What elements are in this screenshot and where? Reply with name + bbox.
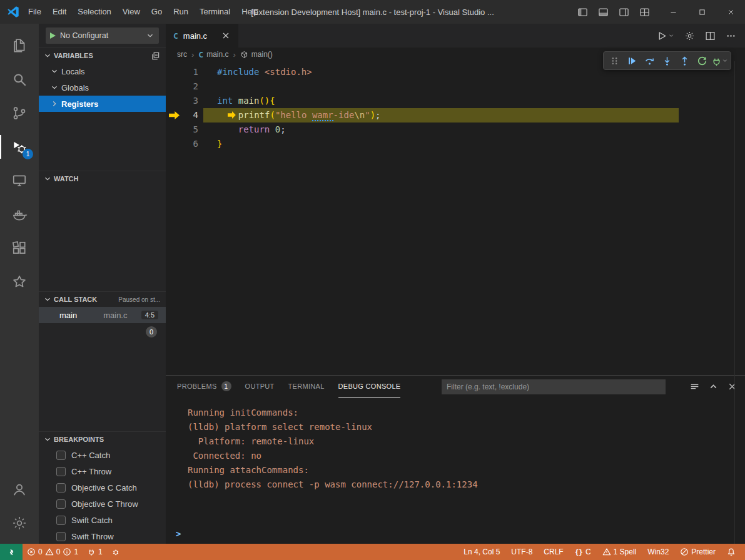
formatter-status[interactable]: Prettier: [674, 544, 721, 560]
customize-layout-icon[interactable]: [639, 7, 650, 18]
breadcrumb-item-main-[interactable]: main(): [240, 50, 273, 59]
menu-file[interactable]: File: [23, 0, 47, 24]
panel-tab-output[interactable]: OUTPUT: [245, 376, 275, 398]
stack-frame-row[interactable]: main main.c 4:5: [39, 307, 166, 323]
maximize-button[interactable]: [687, 0, 716, 24]
activity-extensions[interactable]: [0, 231, 39, 265]
eol-status[interactable]: CRLF: [538, 544, 569, 560]
activity-star[interactable]: [0, 265, 39, 299]
scrollbar-gutter[interactable]: [734, 61, 735, 544]
step-out-button[interactable]: [676, 52, 692, 69]
debug-config-dropdown[interactable]: No Configurat: [46, 28, 159, 44]
breakpoints-header[interactable]: BREAKPOINTS: [39, 432, 166, 447]
ports-status[interactable]: 1: [83, 544, 107, 560]
variables-header[interactable]: VARIABLES: [39, 48, 166, 63]
code-editor[interactable]: 1#include <stdio.h>23int main(){4 printf…: [166, 61, 745, 375]
tab-main-c[interactable]: C main.c: [166, 24, 238, 48]
line-number[interactable]: 1: [166, 65, 198, 79]
encoding-status[interactable]: UTF-8: [505, 544, 538, 560]
call-stack-header[interactable]: CALL STACK Paused on st...: [39, 292, 166, 307]
breakpoint-checkbox[interactable]: [56, 532, 66, 541]
variables-item-globals[interactable]: Globals: [39, 79, 166, 96]
menu-view[interactable]: View: [117, 0, 146, 24]
collapse-all-icon[interactable]: [151, 51, 160, 61]
menu-edit[interactable]: Edit: [47, 0, 72, 24]
variables-item-locals[interactable]: Locals: [39, 63, 166, 79]
run-button[interactable]: [657, 31, 674, 41]
watch-header[interactable]: WATCH: [39, 171, 166, 186]
drag-handle-button[interactable]: [606, 52, 622, 69]
cursor-position[interactable]: Ln 4, Col 5: [458, 544, 505, 560]
remote-indicator[interactable]: [0, 544, 23, 560]
breakpoint-objective-c-catch[interactable]: Objective C Catch: [39, 479, 166, 496]
panel-tab-debug-console[interactable]: DEBUG CONSOLE: [338, 376, 401, 398]
menu-run[interactable]: Run: [168, 0, 194, 24]
activity-docker[interactable]: [0, 198, 39, 231]
platform-status[interactable]: Win32: [642, 544, 674, 560]
toggle-panel-icon[interactable]: [598, 7, 609, 18]
breakpoint-swift-catch[interactable]: Swift Catch: [39, 512, 166, 528]
debug-filter-input[interactable]: [442, 379, 666, 394]
console-lines-icon[interactable]: [689, 381, 700, 392]
line-number[interactable]: 4: [166, 108, 198, 122]
menu-terminal[interactable]: Terminal: [194, 0, 236, 24]
close-tab-icon[interactable]: [221, 31, 231, 41]
activity-files[interactable]: [0, 29, 39, 62]
disconnect-button[interactable]: [711, 52, 728, 69]
line-number[interactable]: 2: [166, 79, 198, 94]
breakpoint-checkbox[interactable]: [56, 483, 66, 492]
debug-console[interactable]: > Running initCommands:(lldb) platform s…: [166, 398, 745, 544]
close-button[interactable]: [716, 0, 745, 24]
panel-tab-problems[interactable]: PROBLEMS1: [177, 376, 231, 398]
step-into-button[interactable]: [659, 52, 675, 69]
activity-remote[interactable]: [0, 164, 39, 198]
grip-icon: [609, 56, 620, 66]
breakpoint-checkbox[interactable]: [56, 516, 66, 525]
code-line-3[interactable]: 3int main(){: [166, 94, 745, 108]
more-button[interactable]: [726, 31, 736, 41]
maximize-panel-icon[interactable]: [708, 381, 719, 392]
code-line-2[interactable]: 2: [166, 79, 745, 94]
code-line-4[interactable]: 4 printf("hello wamr-ide\n");: [166, 108, 745, 122]
breadcrumb-item-main-c[interactable]: Cmain.c: [198, 50, 228, 59]
variables-item-registers[interactable]: Registers: [39, 96, 166, 112]
problems-status[interactable]: 0 0 1: [23, 544, 83, 560]
start-debug-icon[interactable]: [50, 32, 56, 39]
activity-search[interactable]: [0, 62, 39, 96]
code-line-5[interactable]: 5 return 0;: [166, 122, 745, 137]
breakpoint-c++-catch[interactable]: C++ Catch: [39, 447, 166, 463]
gear-button[interactable]: [684, 31, 695, 41]
breadcrumb-item-src[interactable]: src: [177, 50, 187, 59]
split-editor-button[interactable]: [705, 31, 716, 41]
activity-debug[interactable]: 1: [0, 130, 39, 164]
step-over-button[interactable]: [641, 52, 657, 69]
line-number[interactable]: 5: [166, 122, 198, 137]
line-number[interactable]: 6: [166, 137, 198, 151]
breakpoint-swift-throw[interactable]: Swift Throw: [39, 528, 166, 544]
breakpoint-c++-throw[interactable]: C++ Throw: [39, 463, 166, 479]
activity-account[interactable]: [0, 472, 39, 506]
line-number[interactable]: 3: [166, 94, 198, 108]
minimize-button[interactable]: [659, 0, 687, 24]
console-prompt[interactable]: >: [176, 529, 181, 539]
breakpoint-checkbox[interactable]: [56, 499, 66, 509]
panel-tab-label: PROBLEMS: [177, 382, 217, 390]
breakpoint-checkbox[interactable]: [56, 467, 66, 476]
breakpoint-objective-c-throw[interactable]: Objective C Throw: [39, 496, 166, 512]
panel-tab-terminal[interactable]: TERMINAL: [288, 376, 325, 398]
language-status[interactable]: {} C: [569, 544, 597, 560]
breakpoint-checkbox[interactable]: [56, 451, 66, 460]
activity-source-control[interactable]: [0, 96, 39, 130]
notifications-status[interactable]: [721, 544, 741, 560]
toggle-primary-sidebar-icon[interactable]: [577, 7, 588, 18]
debug-status[interactable]: [107, 544, 124, 560]
code-line-6[interactable]: 6}: [166, 137, 745, 151]
continue-button[interactable]: [624, 52, 640, 69]
activity-gear[interactable]: [0, 506, 39, 540]
menu-go[interactable]: Go: [146, 0, 168, 24]
spell-status[interactable]: 1 Spell: [597, 544, 642, 560]
menu-selection[interactable]: Selection: [72, 0, 116, 24]
close-panel-icon[interactable]: [727, 381, 737, 392]
toggle-secondary-sidebar-icon[interactable]: [619, 7, 629, 18]
restart-button[interactable]: [694, 52, 710, 69]
